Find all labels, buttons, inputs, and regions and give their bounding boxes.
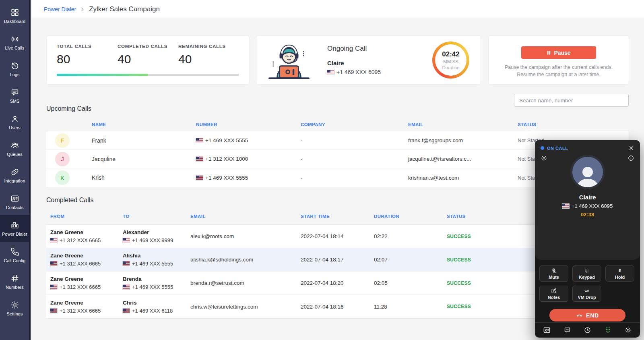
sidebar-item-numbers[interactable]: Numbers: [0, 268, 29, 295]
search-input[interactable]: [514, 94, 629, 107]
contact-email: krishnan.s@test.com: [408, 175, 518, 181]
voicemail-icon: [584, 288, 590, 294]
from-number: +1 312 XXX 6665: [60, 237, 101, 243]
call-duration: 02:07: [374, 257, 447, 263]
call-duration-value: 02:42: [442, 50, 459, 58]
us-flag-icon: [50, 309, 57, 313]
avatar: J: [55, 152, 70, 166]
hangup-phone-icon: [576, 312, 583, 319]
stat-completed-calls: COMPLETED CALLS 40: [118, 44, 178, 66]
pause-button[interactable]: Pause: [521, 46, 596, 59]
stat-label: COMPLETED CALLS: [118, 44, 178, 49]
stat-remaining-calls: REMAINING CALLS 40: [178, 44, 239, 66]
contact-company: -: [301, 156, 408, 162]
column-header-start-time: START TIME: [301, 214, 374, 219]
call-panel-toolbar: [535, 322, 640, 338]
on-call-number: +1 469 XXX 6095: [572, 203, 613, 209]
history-clock-icon: [10, 61, 19, 70]
us-flag-icon: [123, 285, 130, 289]
start-time: 2022-07-04 18:14: [301, 233, 374, 239]
contact-name: Jacquline: [92, 156, 196, 162]
edit-note-icon: [551, 288, 557, 294]
column-header-number: NUMBER: [196, 122, 301, 127]
us-flag-icon: [196, 157, 203, 161]
stat-label: TOTAL CALLS: [57, 44, 118, 49]
notes-button[interactable]: Notes: [539, 286, 568, 302]
start-time: 2022-07-04 18:17: [301, 257, 374, 263]
sidebar: Dashboard Live Calls Logs SMS Users Queu…: [0, 0, 31, 340]
contact-company: -: [301, 175, 408, 181]
us-flag-icon: [50, 261, 57, 266]
mute-button[interactable]: Mute: [539, 265, 568, 282]
column-header-name: NAME: [92, 122, 196, 127]
upcoming-table-header: NAME NUMBER COMPANY EMAIL STATUS: [46, 118, 629, 131]
chat-icon[interactable]: [564, 326, 571, 334]
from-number: +1 312 XXX 6665: [60, 284, 101, 290]
sidebar-item-label: Integration: [4, 178, 25, 183]
mic-muted-icon: [551, 268, 557, 274]
us-flag-icon: [196, 138, 203, 143]
avatar: K: [55, 170, 70, 185]
sidebar-item-label: Contacts: [6, 205, 23, 210]
stats-card: TOTAL CALLS 80 COMPLETED CALLS 40 REMAIN…: [46, 35, 250, 85]
us-flag-icon: [327, 70, 334, 75]
sidebar-item-queues[interactable]: Queues: [0, 135, 29, 162]
person-icon: [10, 114, 19, 123]
breadcrumb-parent-link[interactable]: Power Dialer: [44, 6, 76, 12]
sidebar-item-label: Dashboard: [4, 19, 26, 24]
contact-company: -: [301, 137, 408, 143]
end-call-button[interactable]: END: [549, 309, 625, 321]
close-icon[interactable]: [628, 145, 634, 151]
gear-icon[interactable]: [624, 326, 632, 334]
contact-email: frank.f@sggroups.com: [408, 137, 518, 143]
vm-drop-button[interactable]: VM Drop: [572, 286, 601, 302]
gear-icon[interactable]: [541, 155, 547, 162]
keypad-button[interactable]: Keypad: [572, 265, 601, 282]
contact-email: brenda.r@setrust.com: [190, 280, 301, 286]
sidebar-item-integration[interactable]: Integration: [0, 162, 29, 189]
sidebar-item-sms[interactable]: SMS: [0, 82, 29, 109]
stat-value: 80: [57, 52, 118, 66]
from-name: Zane Greene: [50, 276, 123, 282]
column-header-from: FROM: [50, 214, 123, 219]
ongoing-call-title: Ongoing Call: [327, 45, 432, 53]
sidebar-item-label: Logs: [10, 72, 20, 77]
sidebar-item-contacts[interactable]: Contacts: [0, 189, 29, 215]
keypad-dots-icon: [584, 268, 590, 274]
sidebar-item-logs[interactable]: Logs: [0, 56, 29, 82]
keypad-dots-icon[interactable]: [604, 326, 612, 334]
contact-name: Frank: [92, 137, 196, 144]
sidebar-item-settings[interactable]: Settings: [0, 295, 29, 321]
from-number: +1 312 XXX 6665: [60, 308, 101, 314]
pause-campaign-card: Pause Pause the campaign after the curre…: [488, 35, 629, 85]
pause-icon: [547, 50, 551, 55]
stat-label: REMAINING CALLS: [178, 44, 239, 49]
contact-email: alex.k@roots.com: [190, 233, 301, 239]
desk-phone-icon: [10, 221, 19, 230]
sidebar-item-call-config[interactable]: Call Config: [0, 242, 29, 268]
column-header-email: EMAIL: [190, 214, 301, 219]
contact-card-icon[interactable]: [543, 326, 551, 334]
from-name: Zane Greene: [50, 253, 123, 259]
contact-number: +1 312 XXX 1000: [205, 156, 248, 162]
sidebar-item-users[interactable]: Users: [0, 109, 29, 135]
call-duration: 02:22: [374, 233, 447, 239]
page-title: Zylker Sales Campaign: [89, 5, 160, 13]
sidebar-item-power-dialer[interactable]: Power Dialer: [0, 215, 29, 242]
on-call-status-dot: [541, 146, 544, 150]
to-number: +1 469 XXX 9999: [132, 237, 173, 243]
call-duration-format: MM:SS: [443, 59, 458, 64]
history-clock-icon[interactable]: [584, 326, 591, 334]
completed-calls-title: Completed Calls: [46, 197, 93, 204]
sidebar-item-dashboard[interactable]: Dashboard: [0, 2, 29, 29]
hold-button[interactable]: Hold: [605, 265, 634, 282]
gear-icon: [10, 301, 19, 309]
to-name: Alexander: [123, 229, 190, 235]
sidebar-item-label: Queues: [7, 152, 22, 157]
info-icon[interactable]: [627, 155, 634, 162]
sidebar-item-live-calls[interactable]: Live Calls: [0, 29, 29, 56]
avatar: [572, 157, 603, 187]
contact-name: Krish: [92, 174, 196, 181]
stat-total-calls: TOTAL CALLS 80: [57, 44, 118, 66]
link-icon: [10, 168, 19, 176]
